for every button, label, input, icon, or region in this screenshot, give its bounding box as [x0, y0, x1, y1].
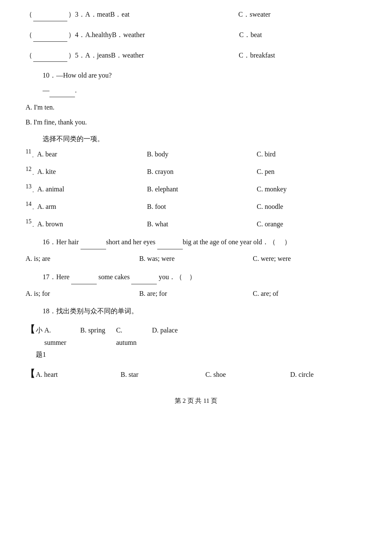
q11-optB: B. body — [147, 148, 257, 161]
q5-blank[interactable] — [33, 49, 67, 62]
q14-optC: C. noodle — [257, 201, 367, 213]
question-15: 15 . A. brown B. what C. orange — [26, 218, 366, 231]
q15-optB: B. what — [147, 218, 257, 231]
q3-prefix: （ — [26, 9, 32, 21]
q11-optA: A. bear — [37, 148, 147, 161]
q4-prefix: （ — [26, 29, 32, 41]
q4-optB: B．weather — [112, 29, 239, 41]
q15-optC: C. orange — [257, 218, 367, 231]
q17-optC: C. are; of — [253, 288, 366, 300]
q12-dot: . — [32, 168, 34, 178]
xiaoti-1-row: 【 小 A. summer B. spring C. autumn D. pal… — [26, 321, 366, 361]
q4-suffix: ）4．A.healthy — [68, 29, 112, 41]
q13-optB: B. elephant — [147, 183, 257, 196]
q16-blank1[interactable] — [81, 235, 106, 249]
q11-optC: C. bird — [257, 148, 366, 161]
q14-optB: B. foot — [147, 201, 257, 213]
q3-suffix: ）3．A．meat — [68, 9, 110, 21]
q12-optA: A. kite — [37, 166, 147, 178]
xiaoti-1-label-small: 小 — [36, 324, 43, 337]
q4-optC: C．beat — [239, 29, 366, 41]
page-number: 第 2 页 共 11 页 — [175, 397, 218, 404]
q16-options: A. is; are B. was; were C. were; were — [26, 253, 366, 265]
question-17: 17．Here some cakes you．（ ） — [43, 270, 366, 284]
q13-options: A. animal B. elephant C. monkey — [37, 183, 367, 196]
q5-prefix: （ — [26, 49, 32, 62]
xiaoti-2-row: 【 A. heart B. star C. shoe D. circle — [26, 365, 366, 382]
xiaoti-1-sublabel: 题1 — [36, 349, 179, 361]
q4-options: B．weather C．beat — [112, 29, 366, 41]
q11-options: A. bear B. body C. bird — [37, 148, 366, 161]
q14-options: A. arm B. foot C. noodle — [37, 201, 367, 213]
question-11: 11 . A. bear B. body C. bird — [26, 148, 366, 161]
q3-blank[interactable] — [33, 9, 67, 21]
q10-blank[interactable] — [49, 84, 75, 97]
q10-dash: — — [43, 87, 49, 94]
q13-dot: . — [32, 185, 34, 196]
q16-optC: C. were; were — [253, 253, 366, 265]
question-5: （ ）5．A．jeans B．weather C．breakfast — [26, 49, 366, 62]
q12-num: 12 — [26, 166, 32, 173]
q10-answer-line: — . — [43, 84, 366, 97]
xiaoti-1-bracket: 【 — [26, 321, 35, 338]
q16-optB: B. was; were — [139, 253, 253, 265]
question-4: （ ）4．A.healthy B．weather C．beat — [26, 29, 366, 42]
q16-optA: A. is; are — [26, 253, 139, 265]
q5-optB: B．weather — [111, 49, 239, 62]
q12-optB: B. crayon — [147, 166, 257, 178]
q17-blank1[interactable] — [71, 270, 97, 284]
q17-blank2[interactable] — [131, 270, 157, 284]
q14-dot: . — [32, 202, 34, 213]
q10-number: 10．—How old are you? — [43, 72, 112, 79]
q15-dot: . — [32, 220, 34, 230]
page-footer: 第 2 页 共 11 页 — [26, 395, 366, 407]
xiaoti-2-options: A. heart B. star C. shoe D. circle — [36, 369, 366, 381]
select-diff-header: 选择不同类的一项。 — [43, 133, 366, 145]
q17-options: A. is; for B. are; for C. are; of — [26, 288, 366, 300]
q11-dot: . — [32, 150, 34, 161]
q13-num: 13 — [26, 183, 32, 191]
q3-options: B．eat C．sweater — [110, 9, 366, 21]
q5-optC: C．breakfast — [239, 49, 366, 62]
xiaoti-1-optB: B. spring — [80, 324, 107, 349]
question-10-block: 10．—How old are you? — . A. I'm ten. B. … — [26, 69, 366, 128]
q16-blank2[interactable] — [157, 235, 183, 249]
q10-prompt: 10．—How old are you? — [43, 69, 366, 82]
question-18-header: 18．找出类别与众不同的单词。 — [43, 305, 366, 318]
q17-optA: A. is; for — [26, 288, 139, 300]
xiaoti-2-optC: C. shoe — [205, 369, 282, 381]
q10-optB: B. I'm fine, thank you. — [26, 116, 366, 129]
q14-num: 14 — [26, 201, 32, 208]
xiaoti-1-optA: A. summer — [44, 324, 72, 349]
q10-optA: A. I'm ten. — [26, 101, 366, 114]
q4-blank[interactable] — [33, 29, 67, 42]
q14-optA: A. arm — [37, 201, 147, 213]
q5-suffix: ）5．A．jeans — [68, 49, 111, 62]
xiaoti-1-options: A. summer B. spring C. autumn D. palace — [44, 324, 179, 349]
q15-num: 15 — [26, 218, 32, 225]
xiaoti-1-optC: C. autumn — [116, 324, 143, 349]
q3-optB: B．eat — [110, 9, 239, 21]
q5-options: B．weather C．breakfast — [111, 49, 366, 62]
question-14: 14 . A. arm B. foot C. noodle — [26, 201, 366, 213]
q12-options: A. kite B. crayon C. pen — [37, 166, 367, 178]
xiaoti-2-optB: B. star — [121, 369, 197, 381]
q15-optA: A. brown — [37, 218, 147, 231]
q13-optA: A. animal — [37, 183, 147, 196]
question-12: 12 . A. kite B. crayon C. pen — [26, 166, 366, 178]
xiaoti-1-optD: D. palace — [152, 324, 179, 349]
q15-options: A. brown B. what C. orange — [37, 218, 367, 231]
q10-dot: . — [75, 87, 77, 94]
question-13: 13 . A. animal B. elephant C. monkey — [26, 183, 366, 196]
xiaoti-2-bracket: 【 — [26, 365, 35, 382]
q3-optC: C．sweater — [238, 9, 366, 21]
question-3: （ ）3．A．meat B．eat C．sweater — [26, 9, 366, 21]
q11-num: 11 — [26, 148, 31, 156]
xiaoti-2-optA: A. heart — [36, 369, 112, 381]
q17-optB: B. are; for — [139, 288, 253, 300]
q12-optC: C. pen — [257, 166, 367, 178]
question-16: 16．Her hair short and her eyes big at th… — [43, 235, 366, 249]
q13-optC: C. monkey — [257, 183, 367, 196]
xiaoti-2-optD: D. circle — [290, 369, 366, 381]
